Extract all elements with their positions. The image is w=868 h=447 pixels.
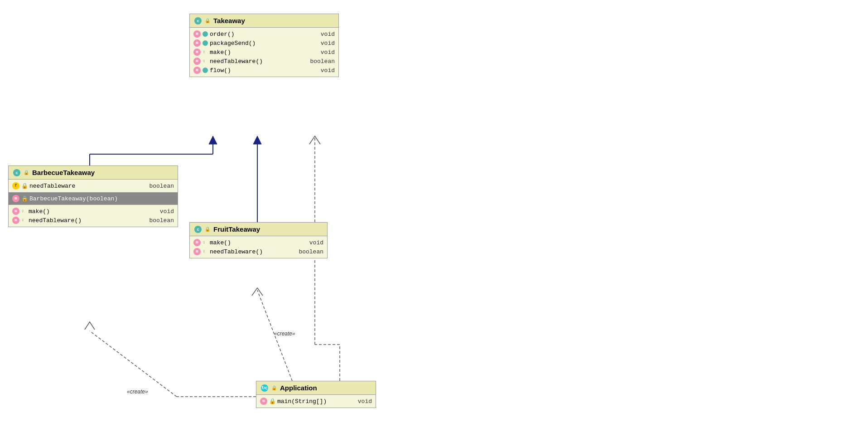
vis-q-3: ♀ (203, 49, 208, 55)
application-main-method: main(String[]) (277, 398, 352, 405)
m-icon-f1: m (193, 239, 201, 246)
fruit-make-return: void (309, 239, 323, 246)
barbecue-lock-icon: 🔒 (23, 170, 29, 176)
vis-q-f1: ♀ (203, 240, 208, 245)
vis-q-f2: ♀ (203, 249, 208, 254)
needtableware-method: needTableware() (210, 58, 304, 65)
barbecue-method-make: m ♀ make() void (12, 207, 174, 216)
svg-marker-5 (253, 136, 261, 144)
takeaway-method-make: m ♀ make() void (193, 48, 335, 57)
takeaway-class-icon: c (194, 17, 202, 24)
svg-text:«create»: «create» (274, 330, 295, 337)
fruit-method-make: m ♀ make() void (193, 238, 323, 247)
takeaway-class: c 🔒 Takeaway m order() void m packageSen… (189, 14, 339, 77)
barbecue-methods-section: m ♀ make() void m ♀ needTableware() bool… (9, 205, 178, 227)
m-icon-4: m (193, 58, 201, 65)
application-main-return: void (358, 398, 372, 405)
barbecue-needtableware-field: needTableware (29, 183, 144, 189)
order-return: void (321, 31, 335, 38)
vis-open-5 (203, 68, 208, 73)
application-method-main: m 🔒 main(String[]) void (260, 397, 372, 406)
takeaway-method-packagesend: m packageSend() void (193, 39, 335, 48)
diagram-container: «create» «create» c 🔒 Takeaway m order()… (0, 0, 868, 447)
takeaway-methods-section: m order() void m packageSend() void m ♀ … (190, 28, 338, 77)
fruit-method-needtableware: m ♀ needTableware() boolean (193, 247, 323, 256)
m-icon-a1: m (260, 398, 267, 405)
make-method: make() (210, 49, 315, 56)
svg-line-12 (90, 331, 177, 397)
barbecue-ctor-lock: 🔒 (21, 195, 28, 202)
m-icon-5: m (193, 67, 201, 74)
packagesend-method: packageSend() (210, 40, 315, 47)
fruit-needtableware-return: boolean (299, 248, 323, 255)
barbecue-class-icon: c (13, 169, 20, 176)
packagesend-return: void (321, 40, 335, 47)
application-lock-icon: 🔒 (271, 385, 277, 391)
fruit-class-icon: c (194, 226, 202, 233)
barbecue-class-name: BarbecueTakeaway (32, 169, 95, 176)
needtableware-return: boolean (310, 58, 335, 65)
barbecue-class: c 🔒 BarbecueTakeaway f 🔒 needTableware b… (8, 165, 178, 227)
m-icon-ctor: m (12, 195, 19, 202)
application-class-icon: ↻c (261, 384, 268, 392)
vis-q-b1: ♀ (21, 209, 27, 214)
vis-open-2 (203, 40, 208, 46)
m-icon-b1: m (12, 208, 19, 215)
m-icon-b2: m (12, 217, 19, 224)
barbecue-constructor: m 🔒 BarbecueTakeaway(boolean) (12, 194, 174, 203)
takeaway-method-flow: m flow() void (193, 66, 335, 75)
m-icon-1: m (193, 30, 201, 38)
barbecue-needtableware-method: needTableware() (29, 217, 144, 224)
fruit-methods-section: m ♀ make() void m ♀ needTableware() bool… (190, 236, 327, 258)
barbecue-field-needtableware: f 🔒 needTableware boolean (12, 181, 174, 190)
barbecue-header: c 🔒 BarbecueTakeaway (9, 166, 178, 180)
m-icon-2: m (193, 39, 201, 47)
svg-line-9 (257, 290, 292, 381)
barbecue-field-lock: 🔒 (21, 183, 28, 189)
barbecue-needtableware-method-return: boolean (149, 217, 174, 224)
takeaway-method-order: m order() void (193, 29, 335, 39)
flow-method: flow() (210, 67, 315, 74)
m-icon-f2: m (193, 248, 201, 255)
vis-open-1 (203, 31, 208, 37)
takeaway-lock-icon: 🔒 (204, 18, 211, 24)
fruit-make-method: make() (210, 239, 304, 246)
flow-return: void (321, 67, 335, 74)
m-icon-3: m (193, 49, 201, 56)
fruit-header: c 🔒 FruitTakeaway (190, 223, 327, 236)
vis-q-4: ♀ (203, 58, 208, 64)
application-method-lock: 🔒 (269, 398, 275, 404)
takeaway-header: c 🔒 Takeaway (190, 14, 338, 28)
fruit-needtableware-method: needTableware() (210, 248, 293, 255)
barbecue-ctor-name: BarbecueTakeaway(boolean) (29, 195, 174, 202)
svg-marker-3 (209, 136, 217, 144)
barbecue-needtableware-type: boolean (149, 183, 174, 189)
f-icon-1: f (12, 182, 19, 189)
order-method: order() (210, 31, 315, 38)
make-return: void (321, 49, 335, 56)
barbecue-make-return: void (160, 208, 174, 215)
vis-q-b2: ♀ (21, 218, 27, 223)
fruit-lock-icon: 🔒 (204, 226, 211, 233)
svg-text:«create»: «create» (127, 389, 148, 395)
application-class-name: Application (280, 384, 317, 392)
application-class: ↻c 🔒 Application m 🔒 main(String[]) void (256, 381, 376, 408)
takeaway-method-needtableware: m ♀ needTableware() boolean (193, 57, 335, 66)
application-header: ↻c 🔒 Application (256, 381, 376, 395)
barbecue-make-method: make() (29, 208, 154, 215)
fruit-class-name: FruitTakeaway (213, 225, 260, 233)
application-methods-section: m 🔒 main(String[]) void (256, 395, 376, 408)
barbecue-method-needtableware: m ♀ needTableware() boolean (12, 216, 174, 225)
barbecue-fields-section: f 🔒 needTableware boolean (9, 180, 178, 193)
barbecue-constructor-section: m 🔒 BarbecueTakeaway(boolean) (9, 193, 178, 205)
fruit-class: c 🔒 FruitTakeaway m ♀ make() void m ♀ ne… (189, 222, 328, 258)
takeaway-class-name: Takeaway (213, 17, 245, 24)
